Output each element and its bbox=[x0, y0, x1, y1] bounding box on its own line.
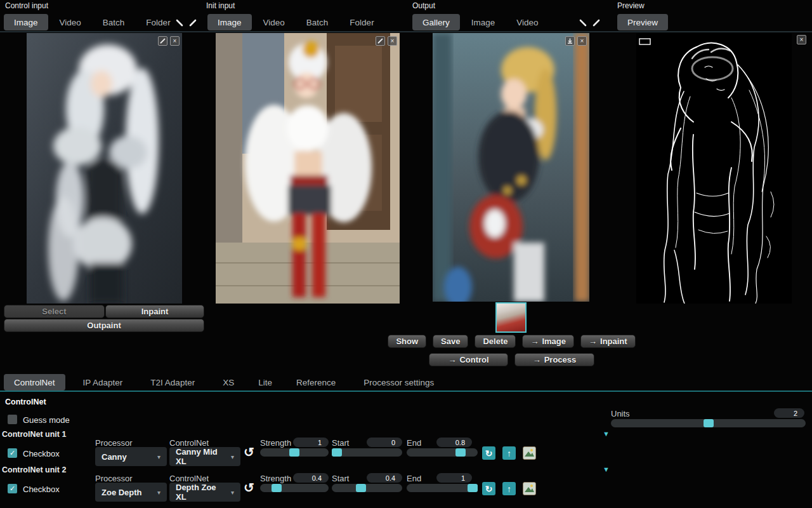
units-slider[interactable] bbox=[611, 419, 806, 427]
pencil-icon[interactable] bbox=[591, 17, 601, 28]
control-input-tabs: Image Video Batch Folder bbox=[4, 14, 181, 30]
unit1-reset-button[interactable]: ↺ bbox=[244, 446, 254, 458]
unit2-processor-dropdown[interactable]: Zoe Depth ▾ bbox=[95, 483, 167, 502]
edit-image-button[interactable] bbox=[376, 36, 385, 46]
send-to-inpaint-button[interactable]: → Inpaint bbox=[580, 335, 636, 348]
control-input-label: Control input bbox=[5, 1, 48, 10]
slider-handle[interactable] bbox=[455, 448, 466, 457]
tab-output-image[interactable]: Image bbox=[461, 14, 506, 30]
pencil-icon[interactable] bbox=[187, 17, 198, 28]
edit-image-button[interactable] bbox=[158, 36, 167, 46]
unit1-start-value[interactable]: 0 bbox=[367, 438, 402, 447]
tab-t2i-adapter[interactable]: T2I Adapter bbox=[140, 374, 205, 391]
tab-controlnet[interactable]: ControlNet bbox=[4, 374, 65, 391]
output-tabs: Gallery Image Video bbox=[412, 14, 549, 30]
unit2-strength-slider[interactable] bbox=[260, 484, 329, 492]
tab-control-video[interactable]: Video bbox=[49, 14, 91, 30]
unit2-checkbox-label: Checkbox bbox=[23, 485, 60, 494]
slider-handle[interactable] bbox=[356, 484, 366, 492]
close-image-button[interactable]: × bbox=[388, 36, 397, 46]
tab-init-folder[interactable]: Folder bbox=[339, 14, 384, 30]
show-button[interactable]: Show bbox=[388, 335, 426, 348]
guess-mode-checkbox[interactable] bbox=[8, 415, 17, 424]
control-input-image[interactable]: × bbox=[27, 33, 182, 304]
unit1-end-slider[interactable] bbox=[407, 448, 478, 457]
output-image[interactable]: × bbox=[433, 33, 589, 302]
outpaint-button[interactable]: Outpaint bbox=[4, 319, 204, 332]
select-button[interactable]: Select bbox=[4, 305, 105, 318]
tab-init-batch[interactable]: Batch bbox=[296, 14, 339, 30]
unit1-refresh-button[interactable]: ↻ bbox=[482, 446, 495, 460]
control-input-art bbox=[27, 33, 182, 304]
tab-init-video[interactable]: Video bbox=[253, 14, 295, 30]
unit1-strength-slider[interactable] bbox=[260, 448, 329, 457]
inpaint-button[interactable]: Inpaint bbox=[105, 305, 204, 318]
collapse-unit2-icon[interactable]: ▼ bbox=[603, 465, 610, 473]
unit1-strength-label: Strength bbox=[260, 438, 291, 448]
delete-button[interactable]: Delete bbox=[475, 335, 516, 348]
tab-lite[interactable]: Lite bbox=[248, 374, 282, 391]
unit2-start-value[interactable]: 0.4 bbox=[367, 473, 402, 483]
slider-handle[interactable] bbox=[468, 484, 478, 492]
unit1-strength-value[interactable]: 1 bbox=[293, 438, 329, 447]
init-input-image[interactable]: × bbox=[216, 33, 400, 304]
unit2-model-dropdown[interactable]: Depth Zoe XL ▾ bbox=[169, 483, 240, 502]
tab-init-image[interactable]: Image bbox=[207, 14, 252, 30]
slider-handle[interactable] bbox=[272, 484, 282, 492]
brush-icon[interactable] bbox=[577, 17, 588, 28]
unit2-upload-button[interactable]: ↑ bbox=[502, 482, 516, 495]
image-corner-buttons: × bbox=[376, 36, 397, 46]
slider-handle[interactable] bbox=[704, 419, 714, 427]
unit1-image-button[interactable] bbox=[523, 446, 536, 460]
chevron-down-icon: ▾ bbox=[231, 453, 234, 460]
unit1-enable-checkbox[interactable]: ✓ bbox=[8, 448, 17, 458]
guess-mode-label: Guess mode bbox=[23, 415, 70, 425]
close-image-button[interactable]: × bbox=[170, 36, 180, 46]
send-to-image-button[interactable]: → Image bbox=[522, 335, 574, 348]
gallery-thumbnail[interactable] bbox=[495, 302, 527, 333]
tab-xs[interactable]: XS bbox=[213, 374, 244, 391]
tab-control-image[interactable]: Image bbox=[4, 14, 48, 30]
unit2-end-slider[interactable] bbox=[407, 484, 478, 492]
controlnet-section-title: ControlNet bbox=[5, 398, 46, 406]
send-to-control-button[interactable]: → Control bbox=[429, 353, 508, 366]
send-to-process-button[interactable]: → Process bbox=[514, 353, 594, 366]
check-icon: ✓ bbox=[10, 485, 15, 493]
unit2-model-value: Depth Zoe XL bbox=[176, 483, 227, 502]
unit1-start-label: Start bbox=[332, 438, 349, 448]
unit2-enable-checkbox[interactable]: ✓ bbox=[8, 484, 17, 493]
unit1-end-value[interactable]: 0.8 bbox=[436, 438, 472, 447]
tab-output-gallery[interactable]: Gallery bbox=[412, 14, 460, 30]
tab-output-video[interactable]: Video bbox=[506, 14, 548, 30]
tab-processor-settings[interactable]: Processor settings bbox=[353, 374, 444, 391]
tab-preview[interactable]: Preview bbox=[617, 14, 668, 30]
controlnet-unit2-title: ControlNet unit 2 bbox=[2, 465, 66, 474]
unit2-reset-button[interactable]: ↺ bbox=[244, 481, 254, 494]
unit1-model-dropdown[interactable]: Canny Mid XL ▾ bbox=[169, 447, 240, 466]
unit2-start-slider[interactable] bbox=[332, 484, 402, 492]
save-button[interactable]: Save bbox=[433, 335, 468, 348]
unit1-start-slider[interactable] bbox=[332, 448, 402, 457]
unit1-processor-dropdown[interactable]: Canny ▾ bbox=[95, 447, 167, 466]
unit2-end-value[interactable]: 1 bbox=[436, 473, 472, 483]
units-value[interactable]: 2 bbox=[774, 408, 804, 418]
tab-reference[interactable]: Reference bbox=[286, 374, 346, 391]
unit1-upload-button[interactable]: ↑ bbox=[502, 446, 516, 460]
right-arrow-icon: → bbox=[448, 355, 456, 364]
collapse-unit1-icon[interactable]: ▼ bbox=[603, 430, 610, 438]
tab-control-batch[interactable]: Batch bbox=[93, 14, 135, 30]
tab-ip-adapter[interactable]: IP Adapter bbox=[73, 374, 133, 391]
close-image-button[interactable]: × bbox=[577, 36, 587, 46]
chevron-down-icon: ▾ bbox=[157, 489, 160, 496]
download-image-button[interactable] bbox=[565, 36, 575, 46]
unit2-strength-value[interactable]: 0.4 bbox=[293, 473, 329, 483]
close-preview-button[interactable]: × bbox=[797, 35, 806, 44]
slider-handle[interactable] bbox=[332, 448, 342, 457]
unit1-model-value: Canny Mid XL bbox=[176, 447, 227, 466]
unit2-refresh-button[interactable]: ↻ bbox=[482, 482, 495, 495]
slider-handle[interactable] bbox=[289, 448, 299, 457]
brush-icon[interactable] bbox=[174, 17, 185, 28]
preview-image[interactable] bbox=[636, 33, 792, 304]
unit2-image-button[interactable] bbox=[523, 482, 536, 495]
output-art bbox=[433, 33, 589, 302]
